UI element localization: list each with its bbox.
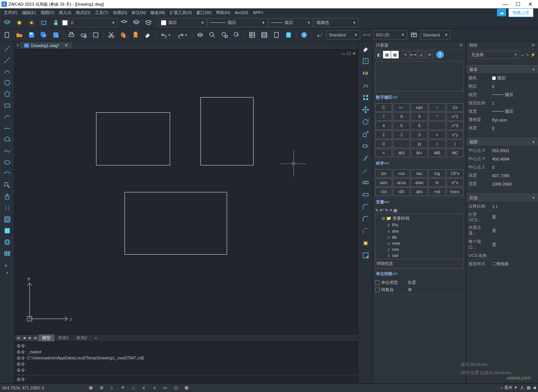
linetype-dropdown[interactable]: 随层▼ xyxy=(208,18,268,27)
unit-checkbox[interactable] xyxy=(375,280,380,285)
command-input[interactable] xyxy=(28,377,356,382)
gradient-icon[interactable] xyxy=(1,225,13,236)
extend-icon[interactable] xyxy=(360,164,372,176)
rectangle-icon[interactable] xyxy=(1,100,13,111)
layer-light-icon[interactable] xyxy=(14,17,25,28)
layer-color-swatch[interactable] xyxy=(62,20,68,25)
props-row[interactable]: 中心点 X555.8901 xyxy=(466,146,538,155)
select-icon[interactable]: ⤡ xyxy=(525,52,529,57)
calc-key-pi[interactable]: pi xyxy=(411,140,428,148)
layer-freeze-icon[interactable] xyxy=(26,17,37,28)
sci-header[interactable]: 科学<< xyxy=(373,159,466,168)
props-row[interactable]: 每个视口...是 xyxy=(466,238,538,252)
unit-checkbox[interactable] xyxy=(375,288,380,292)
layout-first[interactable]: ⏮ xyxy=(16,335,21,341)
calc-angle[interactable]: ∠ xyxy=(418,51,425,58)
scale-icon[interactable] xyxy=(360,128,372,140)
calc-key-3[interactable]: 3 xyxy=(411,131,428,139)
props-section-props-basic[interactable]: 基本▼ xyxy=(466,65,538,74)
var-fn[interactable]: ✕° xyxy=(379,208,384,213)
ellipse-arc-icon[interactable] xyxy=(1,123,13,134)
var-del[interactable]: ✕ xyxy=(389,208,393,213)
upload-button[interactable]: 拖拽上传 xyxy=(508,8,533,17)
layout-1-tab[interactable]: 布局1 xyxy=(54,334,73,342)
props-row[interactable]: 高度607.7385 xyxy=(466,172,538,180)
trim-icon[interactable] xyxy=(360,152,372,164)
calc-key-=[interactable]: = xyxy=(375,149,392,157)
calc-key-*[interactable]: * xyxy=(429,112,446,121)
spline-icon[interactable] xyxy=(1,145,13,157)
props-row[interactable]: 线型比例1 xyxy=(466,99,538,107)
table-style-dropdown[interactable]: Standard▼ xyxy=(420,30,451,39)
snap-mode[interactable]: ▦ xyxy=(87,384,95,391)
fillet2-icon[interactable] xyxy=(360,225,372,237)
dim-style-dropdown[interactable]: ISO-25▼ xyxy=(373,30,407,39)
calc-key-1[interactable]: 1 xyxy=(375,131,392,139)
cycle-mode[interactable]: ◫ xyxy=(172,384,180,391)
vp-maximize[interactable]: ☐ xyxy=(347,51,351,56)
print-icon[interactable] xyxy=(66,30,77,40)
layer-tool-3[interactable] xyxy=(143,17,154,28)
menu-window[interactable]: 窗口(W) xyxy=(194,9,214,16)
copy-icon[interactable] xyxy=(118,30,129,40)
layout-model-tab[interactable]: 模型 xyxy=(38,334,54,342)
dyn-input[interactable]: ▭ xyxy=(161,384,169,391)
menu-dimension[interactable]: 标注(N) xyxy=(129,9,148,16)
edit-hatch-icon[interactable] xyxy=(360,249,372,261)
command-history[interactable]: 命令: 命令: _zwplot 命令: C:\Users\admin\AppDa… xyxy=(14,342,358,375)
save-all-icon[interactable] xyxy=(38,30,49,40)
numpad-header[interactable]: 数字键区<< xyxy=(373,93,466,102)
text-style-icon[interactable]: A xyxy=(314,30,325,40)
calc-key-1/x[interactable]: 1/x xyxy=(446,103,464,112)
sci-key-log[interactable]: log xyxy=(429,169,446,178)
sci-key-acos[interactable]: acos xyxy=(393,178,410,187)
overflow-icon[interactable]: ▾ xyxy=(1,271,13,276)
close-button[interactable]: ✕ xyxy=(528,1,533,7)
menu-tools[interactable]: 工具(T) xyxy=(93,9,111,16)
paste-icon[interactable] xyxy=(130,30,141,40)
otrack-mode[interactable]: ∠ xyxy=(140,384,148,391)
menu-arcgis[interactable]: ArcGIS xyxy=(232,9,250,16)
zoom-icon[interactable] xyxy=(207,30,218,40)
menu-help[interactable]: 帮助(H) xyxy=(214,9,232,16)
quick-select-icon[interactable]: ⟐ xyxy=(521,53,524,57)
line-icon[interactable] xyxy=(1,43,13,54)
calc-key-MR[interactable]: MR xyxy=(429,149,446,157)
calc-key-)[interactable]: ) xyxy=(446,140,464,148)
bycolor-dropdown[interactable]: 随颜色▼ xyxy=(314,18,359,27)
calc-x[interactable]: ✕ xyxy=(426,51,433,58)
tab-close-icon[interactable]: ✕ xyxy=(65,43,68,48)
ray-icon[interactable] xyxy=(1,54,13,66)
copy2-icon[interactable]: + xyxy=(360,55,372,67)
arc2-icon[interactable] xyxy=(1,111,13,123)
layout-last[interactable]: ⏭ xyxy=(33,335,38,341)
explode-icon[interactable] xyxy=(360,237,372,249)
minimize-button[interactable]: — xyxy=(503,1,508,7)
sci-key-tan[interactable]: tan xyxy=(411,169,428,178)
sci-key-asin[interactable]: asin xyxy=(375,178,392,187)
calc-key-MC[interactable]: MC xyxy=(446,149,464,157)
layer-lock-icon[interactable] xyxy=(50,17,62,28)
calc-display[interactable] xyxy=(375,61,464,91)
zoom-window-icon[interactable] xyxy=(219,30,230,40)
props-row[interactable]: 打开 UCS...是 xyxy=(466,211,538,224)
layout-2-tab[interactable]: 布局2 xyxy=(73,334,91,342)
calc-dist[interactable]: ⟷ xyxy=(410,51,417,58)
zoom-back-icon[interactable] xyxy=(231,30,242,40)
sci-key-abs[interactable]: abs xyxy=(411,187,428,196)
layer-tool-1[interactable] xyxy=(118,17,130,28)
sci-key-d2r[interactable]: d2r xyxy=(393,187,410,196)
props-row[interactable]: 颜色随层 xyxy=(466,74,538,82)
menu-edit[interactable]: 编辑(E) xyxy=(20,9,38,16)
menu-modify[interactable]: 修改(M) xyxy=(148,9,167,16)
color-dropdown[interactable]: 随层▼ xyxy=(158,18,207,27)
props-row[interactable]: 线宽 随层 xyxy=(466,107,538,116)
help-icon[interactable]: ? xyxy=(298,30,310,40)
layer-tool-2[interactable] xyxy=(131,17,142,28)
point-icon[interactable] xyxy=(1,202,13,214)
props-row[interactable]: 厚度0 xyxy=(466,124,538,132)
var-edit[interactable]: ✎ xyxy=(385,208,388,213)
print-layout-icon[interactable] xyxy=(90,30,101,40)
calc-pick[interactable]: ↖ xyxy=(402,51,409,58)
erase-icon[interactable] xyxy=(142,30,153,40)
